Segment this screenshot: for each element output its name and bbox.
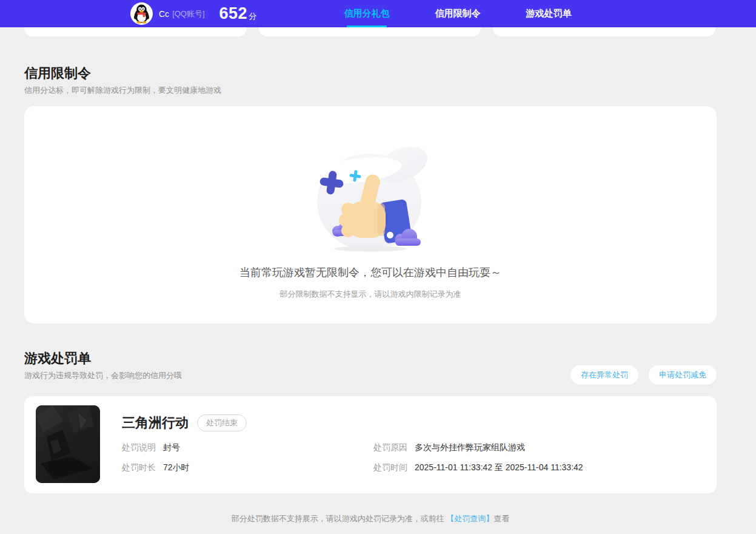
penalty-field-time: 处罚时间 2025-11-01 11:33:42 至 2025-11-04 11… bbox=[373, 462, 704, 473]
restriction-section-subtitle: 信用分达标，即可解除游戏行为限制，要文明健康地游戏 bbox=[24, 85, 717, 96]
game-thumbnail bbox=[36, 405, 100, 483]
user-block: Cc [QQ账号] 652 分 bbox=[130, 2, 256, 25]
restriction-empty-card: 当前常玩游戏暂无限制令，您可以在游戏中自由玩耍～ 部分限制数据不支持显示，请以游… bbox=[24, 106, 717, 323]
nav-tabs: 信用分礼包 信用限制令 游戏处罚单 bbox=[321, 0, 594, 27]
tab-credit-gift[interactable]: 信用分礼包 bbox=[321, 0, 412, 27]
record-title-row: 三角洲行动 处罚结束 bbox=[122, 414, 704, 432]
field-value: 72小时 bbox=[163, 462, 190, 473]
account-type-label: [QQ账号] bbox=[172, 8, 204, 19]
thumbs-up-illustration bbox=[310, 139, 431, 253]
abnormal-penalty-button[interactable]: 存在异常处罚 bbox=[570, 365, 638, 385]
field-label: 处罚说明 bbox=[122, 442, 163, 453]
empty-state-note: 部分限制数据不支持显示，请以游戏内限制记录为准 bbox=[24, 289, 717, 300]
card-stub bbox=[24, 27, 247, 36]
card-stub bbox=[259, 27, 481, 36]
penalty-reduction-button[interactable]: 申请处罚减免 bbox=[649, 365, 717, 385]
main-content: 信用限制令 信用分达标，即可解除游戏行为限制，要文明健康地游戏 bbox=[24, 36, 717, 524]
penalty-record-card: 三角洲行动 处罚结束 处罚说明 封号 处罚原因 多次与外挂作弊玩家组队游戏 处罚… bbox=[24, 396, 717, 493]
qq-penguin-icon bbox=[130, 2, 153, 25]
game-title: 三角洲行动 bbox=[122, 414, 189, 432]
credit-score-value: 652 bbox=[219, 4, 248, 23]
footer-note-prefix: 部分处罚数据不支持展示，请以游戏内处罚记录为准，或前往 bbox=[232, 514, 447, 523]
penalty-footer-note: 部分处罚数据不支持展示，请以游戏内处罚记录为准，或前往 【处罚查询】查看 bbox=[24, 513, 717, 524]
penalty-record-info: 三角洲行动 处罚结束 处罚说明 封号 处罚原因 多次与外挂作弊玩家组队游戏 处罚… bbox=[122, 405, 704, 484]
status-badge: 处罚结束 bbox=[197, 414, 247, 431]
tab-credit-restriction[interactable]: 信用限制令 bbox=[412, 0, 503, 27]
penalty-section: 游戏处罚单 游戏行为违规导致处罚，会影响您的信用分哦 存在异常处罚 申请处罚减免 bbox=[24, 351, 717, 524]
restriction-section: 信用限制令 信用分达标，即可解除游戏行为限制，要文明健康地游戏 bbox=[24, 66, 717, 323]
empty-state-message: 当前常玩游戏暂无限制令，您可以在游戏中自由玩耍～ bbox=[24, 265, 717, 280]
avatar bbox=[130, 2, 153, 25]
field-label: 处罚原因 bbox=[373, 442, 415, 453]
penalty-section-header: 游戏处罚单 游戏行为违规导致处罚，会影响您的信用分哦 存在异常处罚 申请处罚减免 bbox=[24, 351, 717, 381]
tab-game-penalty[interactable]: 游戏处罚单 bbox=[503, 0, 594, 27]
credit-score-unit: 分 bbox=[249, 11, 256, 22]
top-card-stubs bbox=[24, 27, 715, 36]
penalty-field-reason: 处罚原因 多次与外挂作弊玩家组队游戏 bbox=[373, 442, 704, 453]
penalty-fields: 处罚说明 封号 处罚原因 多次与外挂作弊玩家组队游戏 处罚时长 72小时 处罚时… bbox=[122, 442, 704, 473]
field-value: 封号 bbox=[163, 442, 180, 453]
penalty-actions: 存在异常处罚 申请处罚减免 bbox=[570, 365, 717, 385]
field-value: 2025-11-01 11:33:42 至 2025-11-04 11:33:4… bbox=[415, 462, 583, 473]
field-value: 多次与外挂作弊玩家组队游戏 bbox=[415, 442, 525, 453]
footer-note-suffix: 查看 bbox=[493, 514, 509, 523]
restriction-section-title: 信用限制令 bbox=[24, 66, 717, 81]
penalty-field-description: 处罚说明 封号 bbox=[122, 442, 373, 453]
user-name: Cc bbox=[159, 9, 169, 19]
penalty-query-link[interactable]: 【处罚查询】 bbox=[446, 514, 493, 523]
top-nav: Cc [QQ账号] 652 分 信用分礼包 信用限制令 游戏处罚单 bbox=[0, 0, 756, 27]
field-label: 处罚时间 bbox=[373, 462, 415, 473]
penalty-section-title: 游戏处罚单 bbox=[24, 351, 717, 367]
card-stub bbox=[493, 27, 715, 36]
credit-score: 652 分 bbox=[219, 4, 257, 23]
penalty-field-duration: 处罚时长 72小时 bbox=[122, 462, 373, 473]
field-label: 处罚时长 bbox=[122, 462, 163, 473]
